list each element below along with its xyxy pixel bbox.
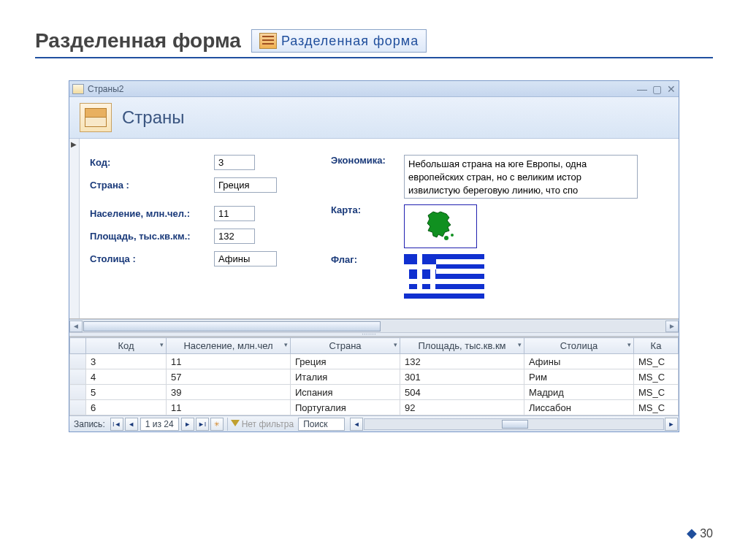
table-row[interactable]: 611Португалия92ЛиссабонMS_C: [70, 400, 679, 415]
capital-label: Столица :: [90, 253, 214, 264]
table-row[interactable]: 539Испания504МадридMS_C: [70, 385, 679, 400]
kod-field[interactable]: 3: [214, 155, 255, 170]
split-form-icon: [259, 33, 277, 49]
form-detail: Код: 3 Страна : Греция Население, млн.че…: [69, 139, 679, 319]
form-icon: [72, 84, 84, 94]
nav-next-button[interactable]: ►: [181, 418, 194, 431]
ds-scroll-right[interactable]: ►: [665, 418, 678, 431]
window-title: Страны2: [88, 84, 123, 94]
record-position[interactable]: 1 из 24: [140, 418, 179, 431]
cell-kod[interactable]: 3: [86, 354, 167, 369]
cell-population[interactable]: 39: [167, 385, 291, 400]
cell-kod[interactable]: 6: [86, 400, 167, 415]
svg-point-0: [444, 236, 449, 240]
slide-number: ◆30: [687, 525, 713, 541]
filter-status[interactable]: Нет фильтра: [242, 419, 294, 429]
cell-capital[interactable]: Мадрид: [524, 385, 634, 400]
cell-area[interactable]: 301: [400, 369, 524, 385]
col-area[interactable]: Площадь, тыс.кв.км▾: [400, 338, 524, 354]
datasheet: Код▾ Население, млн.чел▾ Страна▾ Площадь…: [69, 337, 679, 415]
row-selector-header[interactable]: [70, 338, 86, 354]
cell-country[interactable]: Португалия: [291, 400, 400, 415]
col-kod[interactable]: Код▾: [86, 338, 167, 354]
cell-area[interactable]: 92: [400, 400, 524, 415]
economy-field[interactable]: Небольшая страна на юге Европы, одна евр…: [404, 155, 638, 199]
country-label: Страна :: [90, 180, 214, 191]
form-header: Страны: [69, 97, 679, 139]
flag-label: Флаг:: [331, 254, 404, 265]
greece-flag-icon: [404, 254, 484, 299]
titlebar: Страны2 — ▢ ✕: [69, 81, 679, 97]
filter-icon: [231, 420, 240, 429]
svg-point-1: [451, 234, 454, 237]
cell-country[interactable]: Греция: [291, 354, 400, 369]
cell-area[interactable]: 132: [400, 354, 524, 369]
form-header-icon: [80, 103, 112, 132]
map-label: Карта:: [331, 204, 404, 215]
flag-field[interactable]: [404, 254, 484, 299]
nav-last-button[interactable]: ►I: [196, 418, 209, 431]
cell-kod[interactable]: 4: [86, 369, 167, 385]
area-label: Площадь, тыс.кв.км.:: [90, 231, 214, 242]
close-button[interactable]: ✕: [664, 84, 679, 94]
col-k[interactable]: Ка: [634, 338, 679, 354]
datasheet-horizontal-scrollbar[interactable]: ◄ ►: [349, 418, 679, 431]
row-selector[interactable]: [70, 369, 86, 385]
ribbon-split-form-button[interactable]: Разделенная форма: [251, 29, 427, 53]
row-selector[interactable]: [70, 400, 86, 415]
minimize-button[interactable]: —: [635, 84, 649, 94]
greece-map-icon: [417, 209, 464, 244]
record-selector[interactable]: [69, 139, 80, 318]
maximize-button[interactable]: ▢: [649, 84, 664, 94]
row-selector[interactable]: [70, 354, 86, 369]
cell-capital[interactable]: Рим: [524, 369, 634, 385]
slide-title: Разделенная форма: [35, 29, 241, 53]
cell-area[interactable]: 504: [400, 385, 524, 400]
split-handle[interactable]: [69, 332, 679, 337]
col-country[interactable]: Страна▾: [291, 338, 400, 354]
area-field[interactable]: 132: [214, 229, 255, 244]
ribbon-label: Разделенная форма: [281, 34, 419, 49]
cell-capital[interactable]: Афины: [524, 354, 634, 369]
capital-field[interactable]: Афины: [214, 251, 277, 266]
cell-capital[interactable]: Лиссабон: [524, 400, 634, 415]
record-navigator: Запись: I◄ ◄ 1 из 24 ► ►I ✳ Нет фильтра …: [69, 415, 679, 431]
nav-prev-button[interactable]: ◄: [125, 418, 138, 431]
record-label: Запись:: [69, 419, 110, 429]
cell-country[interactable]: Испания: [291, 385, 400, 400]
search-input[interactable]: Поиск: [298, 418, 345, 431]
cell-country[interactable]: Италия: [291, 369, 400, 385]
datasheet-header-row: Код▾ Население, млн.чел▾ Страна▾ Площадь…: [70, 338, 679, 354]
table-row[interactable]: 311Греция132АфиныMS_C: [70, 354, 679, 369]
nav-first-button[interactable]: I◄: [110, 418, 123, 431]
scroll-right-button[interactable]: ►: [665, 321, 679, 332]
cell-kod[interactable]: 5: [86, 385, 167, 400]
col-population[interactable]: Население, млн.чел▾: [167, 338, 291, 354]
country-field[interactable]: Греция: [214, 177, 277, 193]
kod-label: Код:: [90, 157, 214, 168]
form-window: Страны2 — ▢ ✕ Страны Код: 3 Страна : Гре…: [69, 80, 679, 432]
map-field[interactable]: [404, 204, 477, 248]
economy-label: Экономика:: [331, 155, 404, 166]
scroll-left-button[interactable]: ◄: [69, 321, 83, 332]
cell-k[interactable]: MS_C: [634, 385, 679, 400]
form-header-title: Страны: [122, 107, 185, 128]
nav-new-button[interactable]: ✳: [210, 418, 224, 431]
cell-k[interactable]: MS_C: [634, 369, 679, 385]
cell-k[interactable]: MS_C: [634, 354, 679, 369]
cell-population[interactable]: 57: [167, 369, 291, 385]
ds-scroll-left[interactable]: ◄: [350, 418, 363, 431]
population-field[interactable]: 11: [214, 206, 255, 221]
row-selector[interactable]: [70, 385, 86, 400]
cell-population[interactable]: 11: [167, 354, 291, 369]
cell-population[interactable]: 11: [167, 400, 291, 415]
population-label: Население, млн.чел.:: [90, 208, 214, 219]
cell-k[interactable]: MS_C: [634, 400, 679, 415]
table-row[interactable]: 457Италия301РимMS_C: [70, 369, 679, 385]
col-capital[interactable]: Столица▾: [524, 338, 634, 354]
